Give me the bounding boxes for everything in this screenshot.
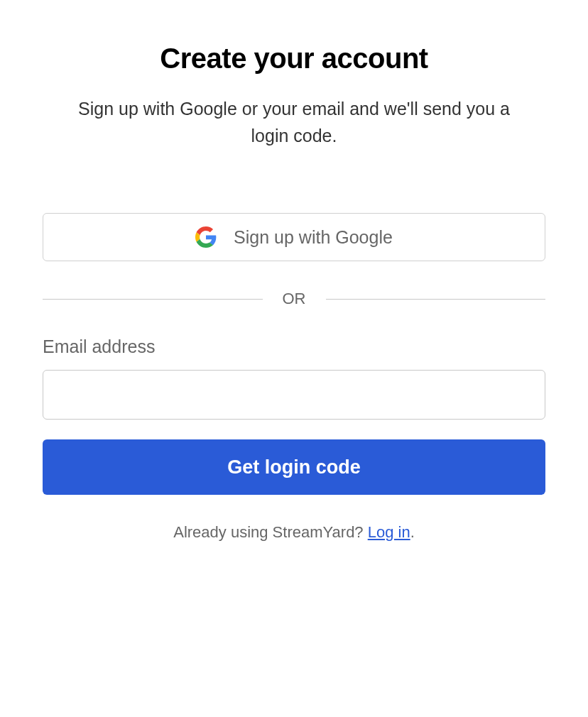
footer-period: . bbox=[410, 523, 415, 541]
divider-text: OR bbox=[263, 290, 326, 308]
page-heading: Create your account bbox=[160, 43, 428, 75]
divider-line-right bbox=[326, 299, 546, 300]
login-link[interactable]: Log in bbox=[368, 523, 410, 541]
email-input[interactable] bbox=[43, 370, 545, 420]
signup-with-google-button[interactable]: Sign up with Google bbox=[43, 213, 545, 261]
footer-text: Already using StreamYard? Log in. bbox=[173, 523, 415, 542]
signup-form-container: Create your account Sign up with Google … bbox=[43, 43, 545, 542]
google-button-label: Sign up with Google bbox=[234, 227, 393, 248]
footer-prompt: Already using StreamYard? bbox=[173, 523, 368, 541]
google-icon bbox=[195, 226, 217, 248]
divider-line-left bbox=[43, 299, 263, 300]
get-login-code-button[interactable]: Get login code bbox=[43, 439, 545, 495]
email-label: Email address bbox=[43, 336, 545, 357]
divider: OR bbox=[43, 290, 545, 308]
page-subheading: Sign up with Google or your email and we… bbox=[63, 96, 525, 149]
